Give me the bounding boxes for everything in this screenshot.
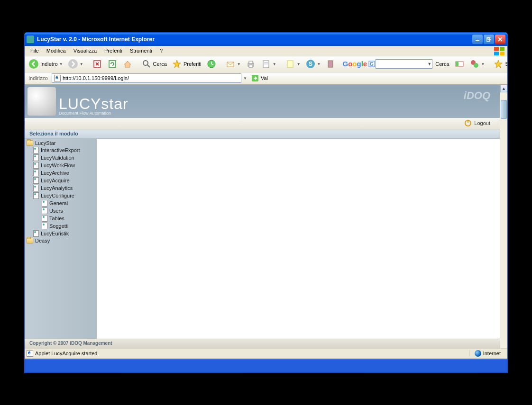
back-button[interactable]: Indietro ▼ xyxy=(27,58,65,70)
menu-help[interactable]: ? xyxy=(156,47,166,54)
chevron-down-icon[interactable]: ▼ xyxy=(243,76,247,81)
tree-item-tables[interactable]: Tables xyxy=(25,215,97,222)
tree-item-interactiveexport[interactable]: InteractiveExport xyxy=(25,146,97,154)
refresh-icon xyxy=(107,59,118,69)
page-icon xyxy=(33,154,39,161)
page-icon xyxy=(33,170,39,176)
star-icon xyxy=(493,59,504,69)
chevron-down-icon: ▼ xyxy=(481,62,485,66)
forward-button[interactable]: ▼ xyxy=(66,58,85,70)
svg-text:S: S xyxy=(309,61,312,67)
go-icon xyxy=(251,73,259,83)
skype-button[interactable]: S ▼ xyxy=(303,58,323,70)
svg-point-11 xyxy=(143,61,148,65)
tree-root-deasy[interactable]: Deasy xyxy=(25,237,97,244)
svg-rect-6 xyxy=(500,52,504,55)
browser-window: LucyStar v. 2.0 - Microsoft Internet Exp… xyxy=(24,32,508,373)
windows-flag-icon xyxy=(494,47,505,55)
home-button[interactable] xyxy=(120,58,135,70)
search-button[interactable]: Cerca xyxy=(139,58,169,70)
content-area: ▲ LUCYstar Document Flow Automation iDOQ… xyxy=(25,85,507,348)
google-blocker-button[interactable]: ▼ xyxy=(468,58,487,70)
addressbar: Indirizzo http://10.0.1.150:9999/Login/ … xyxy=(25,72,507,85)
page-icon xyxy=(33,147,39,153)
tree-item-lucyeuristik[interactable]: LucyEuristik xyxy=(25,230,97,237)
app-icon xyxy=(27,36,34,43)
edit-button[interactable]: ▼ xyxy=(259,58,278,70)
svg-rect-17 xyxy=(249,65,253,67)
google-search-wrap: G ▼ xyxy=(368,59,432,69)
scroll-thumb[interactable] xyxy=(501,100,507,119)
page-icon xyxy=(33,162,39,169)
chevron-down-icon: ▼ xyxy=(59,62,63,66)
logout-bar: Logout xyxy=(25,118,500,129)
menu-view[interactable]: Visualizza xyxy=(70,47,101,54)
address-url: http://10.0.1.150:9999/Login/ xyxy=(63,75,129,81)
statusbar: Applet LucyAcquire started Internet xyxy=(25,348,507,359)
main-area: LucyStar InteractiveExport LucyValidatio… xyxy=(25,139,500,339)
folder-icon xyxy=(27,238,33,243)
app-header: LUCYstar Document Flow Automation iDOQ xyxy=(25,85,500,118)
hand-icon xyxy=(28,87,56,116)
close-button[interactable]: ✕ xyxy=(495,35,505,44)
menu-tools[interactable]: Strumenti xyxy=(126,47,156,54)
blocker-icon xyxy=(469,59,480,69)
security-zone: Internet xyxy=(469,350,505,357)
svg-rect-28 xyxy=(456,62,459,66)
favorites-button[interactable]: Preferiti xyxy=(170,58,203,70)
window-title: LucyStar v. 2.0 - Microsoft Internet Exp… xyxy=(37,36,471,43)
google-search-button[interactable]: Cerca xyxy=(433,60,451,68)
chevron-down-icon[interactable]: ▼ xyxy=(427,62,431,66)
notes-button[interactable]: ▼ xyxy=(283,58,303,70)
stop-icon xyxy=(92,59,102,69)
tree-item-lucyarchive[interactable]: LucyArchive xyxy=(25,169,97,177)
page-icon xyxy=(42,207,47,214)
chevron-down-icon: ▼ xyxy=(317,62,321,66)
folder-icon xyxy=(27,140,33,146)
titlebar: LucyStar v. 2.0 - Microsoft Internet Exp… xyxy=(25,33,507,46)
tree-item-lucyanalytics[interactable]: LucyAnalytics xyxy=(25,184,97,192)
refresh-button[interactable] xyxy=(105,58,119,70)
menubar: File Modifica Visualizza Preferiti Strum… xyxy=(25,46,507,56)
menu-favorites[interactable]: Preferiti xyxy=(101,47,126,54)
tree-item-users[interactable]: Users xyxy=(25,207,97,215)
logout-button[interactable]: Logout xyxy=(465,120,490,126)
page-icon xyxy=(54,75,61,81)
tree-root-lucystar[interactable]: LucyStar xyxy=(25,140,97,146)
tool-button[interactable] xyxy=(323,58,338,70)
tree-item-general[interactable]: General xyxy=(25,199,97,207)
tree-item-lucyconfigure[interactable]: LucyConfigure xyxy=(25,192,97,199)
svg-rect-10 xyxy=(109,61,116,67)
page-icon xyxy=(33,185,39,191)
page-icon xyxy=(33,230,39,237)
address-input[interactable]: http://10.0.1.150:9999/Login/ xyxy=(52,73,241,83)
go-button[interactable]: Vai xyxy=(249,72,270,84)
mail-button[interactable]: ▼ xyxy=(223,58,243,70)
google-logo: Google xyxy=(342,60,367,68)
google-search-input[interactable] xyxy=(376,59,432,69)
svg-rect-0 xyxy=(476,40,479,41)
stop-button[interactable] xyxy=(90,58,104,70)
vertical-scrollbar[interactable]: ▲ xyxy=(500,85,507,348)
svg-rect-21 xyxy=(287,61,293,67)
edit-icon xyxy=(261,59,271,69)
svg-rect-16 xyxy=(249,61,253,63)
tree-item-lucyworkflow[interactable]: LucyWorkFlow xyxy=(25,162,97,169)
app-footer: Copyright © 2007 iDOQ Management xyxy=(25,339,500,348)
globe-icon xyxy=(475,350,481,357)
tree-item-soggetti[interactable]: Soggetti xyxy=(25,222,97,230)
scroll-up-button[interactable]: ▲ xyxy=(500,85,507,92)
tree-item-lucyacquire[interactable]: LucyAcquire xyxy=(25,177,97,184)
tree-item-lucyvalidation[interactable]: LucyValidation xyxy=(25,154,97,162)
print-button[interactable] xyxy=(244,58,258,70)
history-button[interactable] xyxy=(204,58,219,70)
forward-icon xyxy=(68,59,78,69)
page-icon xyxy=(27,350,33,357)
menu-file[interactable]: File xyxy=(27,47,43,54)
google-rank-button[interactable] xyxy=(452,58,467,70)
maximize-button[interactable] xyxy=(484,35,494,44)
app-logo: LUCYstar Document Flow Automation xyxy=(25,87,128,116)
bookmarks-button[interactable]: Segnalibri ▼ xyxy=(491,58,508,70)
minimize-button[interactable] xyxy=(472,35,483,44)
menu-edit[interactable]: Modifica xyxy=(43,47,70,54)
